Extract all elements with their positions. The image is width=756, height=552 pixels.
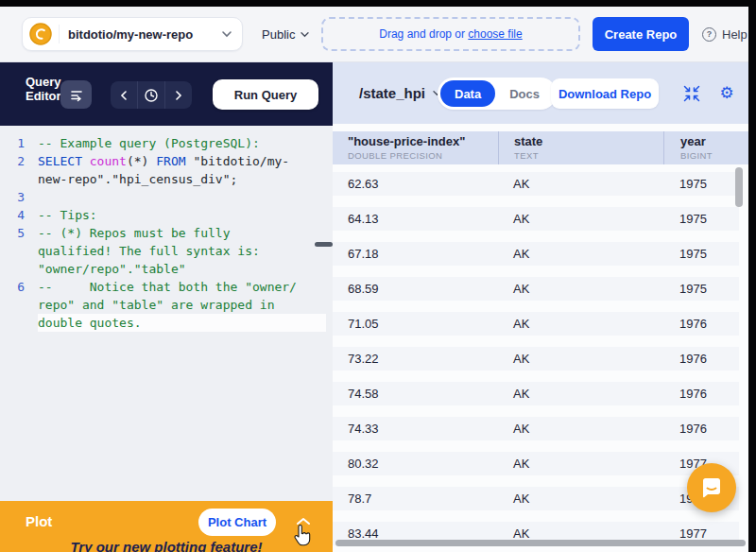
tab-docs[interactable]: Docs (495, 80, 554, 107)
table-row[interactable]: 74.33AK1976 (333, 417, 739, 440)
code-text: -- Tips: (38, 206, 300, 224)
horizontal-scrollbar-thumb[interactable] (335, 540, 746, 546)
table-row[interactable]: 67.18AK1975 (333, 242, 739, 266)
code-text: -- Notice that both the "owner/repo" and… (38, 278, 300, 332)
download-repo-button[interactable]: Download Repo (551, 78, 659, 109)
code-text: SELECT count(*) FROM "bitdotio/my-new-re… (38, 152, 300, 188)
token-comment: -- Notice that both the "owner/repo" and… (38, 280, 297, 330)
table-cell: 1975 (663, 282, 748, 296)
table-cell: 78.7 (333, 492, 498, 506)
frame-top-border (0, 0, 756, 7)
history-prev-button[interactable] (111, 81, 137, 109)
history-button[interactable] (137, 81, 164, 109)
table-cell: 1975 (663, 212, 748, 226)
history-next-button[interactable] (164, 81, 192, 109)
table-cell: 83.44 (333, 526, 498, 541)
collapse-panel-button[interactable] (682, 84, 701, 103)
table-cell: 67.18 (333, 247, 498, 261)
token-plain: (*) (127, 154, 156, 168)
bitio-logo-icon (29, 23, 52, 45)
repo-selector[interactable]: bitdotio/my-new-repo (22, 17, 243, 51)
collapse-arrows-icon (682, 84, 701, 103)
plot-bar: Plot Plot Chart Try our new plotting fea… (0, 501, 333, 552)
tab-data[interactable]: Data (440, 80, 495, 107)
plot-collapse-button[interactable] (293, 511, 314, 530)
code-line: 1-- Example query (PostgreSQL): (0, 134, 333, 152)
choose-file-link[interactable]: choose file (468, 27, 522, 41)
column-type: TEXT (514, 150, 663, 161)
plot-banner-text: Try our new plotting feature! (0, 539, 333, 552)
table-row[interactable]: 74.58AK1976 (333, 382, 739, 405)
code-text: -- Example query (PostgreSQL): (38, 134, 300, 152)
column-header[interactable]: stateTEXT (498, 131, 663, 164)
code-line: 3 (0, 188, 333, 206)
table-cell: 1975 (663, 247, 748, 261)
table-row[interactable]: 64.13AK1975 (333, 207, 739, 231)
run-query-button[interactable]: Run Query (213, 79, 318, 110)
divider (59, 25, 60, 43)
table-header-row: "house-price-index"DOUBLE PRECISIONstate… (333, 131, 748, 164)
table-cell: 1976 (663, 317, 748, 331)
column-type: DOUBLE PRECISION (348, 150, 498, 161)
table-cell: AK (498, 352, 663, 366)
code-line: 2SELECT count(*) FROM "bitdotio/my-new-r… (0, 152, 333, 188)
table-row[interactable]: 78.7AK1977 (333, 487, 739, 510)
table-cell: 71.05 (333, 317, 498, 331)
repo-selector-label: bitdotio/my-new-repo (68, 27, 193, 42)
create-repo-button[interactable]: Create Repo (593, 17, 689, 51)
table-cell: AK (498, 247, 663, 261)
dropzone-text: Drag and drop or (379, 27, 468, 41)
table-row[interactable]: 73.22AK1976 (333, 347, 739, 371)
data-docs-toggle: DataDocs (438, 78, 557, 110)
table-cell: 1976 (663, 387, 748, 401)
table-row[interactable]: 80.32AK1977 (333, 452, 739, 475)
code-text: -- (*) Repos must be fully qualified! Th… (38, 224, 300, 278)
table-cell: 1976 (663, 352, 748, 366)
chevron-left-icon (120, 91, 128, 100)
chat-launcher-button[interactable] (687, 463, 736, 512)
panel-resize-handle[interactable] (315, 242, 333, 247)
line-number: 2 (0, 152, 38, 188)
sql-editor[interactable]: 1-- Example query (PostgreSQL):2SELECT c… (0, 126, 333, 501)
table-cell: 62.63 (333, 177, 498, 191)
table-body[interactable]: 62.63AK197564.13AK197567.18AK197568.59AK… (333, 164, 748, 552)
table-cell: 1976 (663, 422, 748, 436)
line-number: 4 (0, 206, 38, 224)
table-cell: 74.58 (333, 387, 498, 401)
table-cell: AK (498, 492, 663, 506)
table-cell: 80.32 (333, 457, 498, 471)
table-cell: AK (498, 317, 663, 331)
column-name: state (514, 135, 663, 148)
settings-button[interactable]: ⚙ (716, 81, 737, 104)
token-comment: -- Example query (PostgreSQL): (38, 136, 260, 150)
table-cell: AK (498, 282, 663, 296)
table-row[interactable]: 71.05AK1976 (333, 312, 739, 336)
column-type: BIGINT (680, 150, 748, 161)
column-header[interactable]: yearBIGINT (663, 131, 748, 164)
table-cell: AK (498, 387, 663, 401)
format-query-button[interactable] (60, 80, 92, 109)
help-label: Help (722, 27, 747, 42)
help-button[interactable]: ? Help (702, 17, 747, 51)
query-history-controls (111, 81, 192, 109)
table-row[interactable]: 62.63AK1975 (333, 172, 739, 196)
table-cell: AK (498, 422, 663, 436)
table-selector[interactable]: /state_hpi (359, 62, 442, 124)
line-number: 5 (0, 224, 38, 278)
vertical-scrollbar-thumb[interactable] (735, 167, 743, 207)
code-lines: 1-- Example query (PostgreSQL):2SELECT c… (0, 134, 333, 332)
column-header[interactable]: "house-price-index"DOUBLE PRECISION (333, 131, 498, 164)
token-comment: -- (*) Repos must be fully qualified! Th… (38, 226, 267, 276)
gear-icon: ⚙ (719, 83, 733, 102)
table-cell: AK (498, 212, 663, 226)
token-plain (82, 154, 90, 168)
file-dropzone[interactable]: Drag and drop or choose file (321, 17, 580, 51)
query-editor-title: Query Editor (26, 75, 61, 103)
visibility-dropdown[interactable]: Public (256, 17, 316, 51)
token-func: count (90, 154, 127, 168)
chevron-right-icon (175, 91, 182, 100)
clock-icon (144, 88, 159, 103)
table-row[interactable]: 68.59AK1975 (333, 277, 739, 301)
format-lines-icon (69, 87, 84, 102)
plot-chart-button[interactable]: Plot Chart (198, 509, 276, 536)
